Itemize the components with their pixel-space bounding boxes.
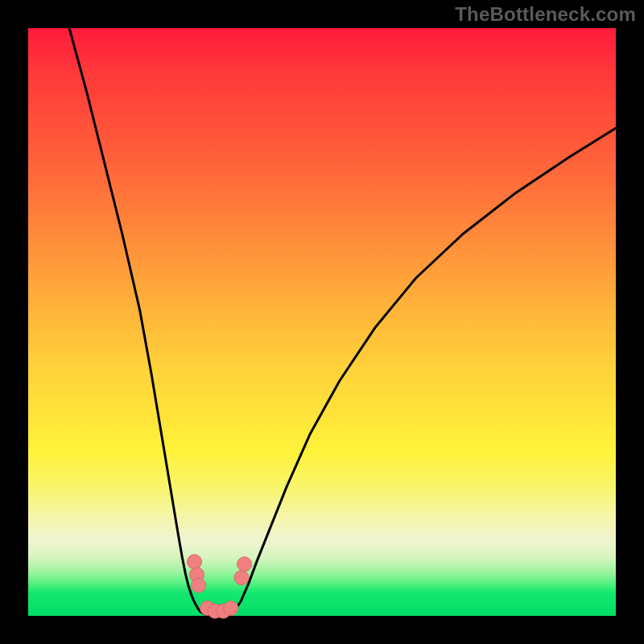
bottleneck-curve <box>69 28 616 616</box>
watermark-text: TheBottleneck.com <box>455 3 636 26</box>
marker-right-cluster-1 <box>234 571 249 585</box>
marker-right-cluster-2 <box>237 557 252 572</box>
marker-left-cluster-upper-3 <box>192 578 206 592</box>
chart-svg <box>28 28 616 616</box>
plot-area <box>28 28 616 616</box>
marker-floor-4 <box>224 601 238 616</box>
marker-left-cluster-upper-1 <box>188 555 202 569</box>
chart-frame: TheBottleneck.com <box>0 0 644 644</box>
